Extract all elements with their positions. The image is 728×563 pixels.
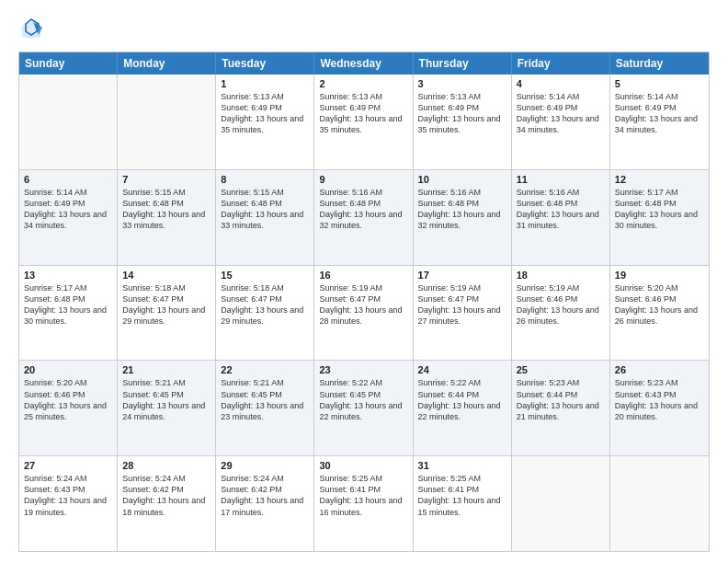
cell-info: Sunrise: 5:16 AM Sunset: 6:48 PM Dayligh…: [517, 187, 605, 232]
cell-info: Sunrise: 5:23 AM Sunset: 6:44 PM Dayligh…: [517, 377, 605, 422]
cell-info: Sunrise: 5:13 AM Sunset: 6:49 PM Dayligh…: [319, 91, 407, 136]
calendar-cell-1-1: 7Sunrise: 5:15 AM Sunset: 6:48 PM Daylig…: [118, 170, 216, 265]
day-number: 10: [418, 174, 506, 185]
cell-info: Sunrise: 5:22 AM Sunset: 6:44 PM Dayligh…: [418, 377, 506, 422]
cell-info: Sunrise: 5:19 AM Sunset: 6:47 PM Dayligh…: [319, 282, 407, 327]
calendar-cell-1-4: 10Sunrise: 5:16 AM Sunset: 6:48 PM Dayli…: [414, 170, 512, 265]
calendar-cell-2-4: 17Sunrise: 5:19 AM Sunset: 6:47 PM Dayli…: [414, 266, 512, 361]
cell-info: Sunrise: 5:13 AM Sunset: 6:49 PM Dayligh…: [418, 91, 506, 136]
day-number: 16: [319, 270, 407, 281]
calendar-cell-2-0: 13Sunrise: 5:17 AM Sunset: 6:48 PM Dayli…: [19, 266, 118, 361]
cell-info: Sunrise: 5:19 AM Sunset: 6:47 PM Dayligh…: [418, 282, 506, 327]
calendar-cell-0-1: [118, 75, 216, 169]
cell-info: Sunrise: 5:14 AM Sunset: 6:49 PM Dayligh…: [24, 187, 112, 232]
day-number: 26: [615, 364, 704, 375]
cell-info: Sunrise: 5:14 AM Sunset: 6:49 PM Dayligh…: [517, 91, 605, 136]
header-day-saturday: Saturday: [610, 52, 709, 75]
calendar-cell-2-3: 16Sunrise: 5:19 AM Sunset: 6:47 PM Dayli…: [314, 266, 413, 361]
cell-info: Sunrise: 5:13 AM Sunset: 6:49 PM Dayligh…: [221, 91, 309, 136]
day-number: 14: [122, 270, 210, 281]
calendar-cell-1-5: 11Sunrise: 5:16 AM Sunset: 6:48 PM Dayli…: [512, 170, 610, 265]
day-number: 31: [418, 460, 506, 471]
calendar-cell-3-4: 24Sunrise: 5:22 AM Sunset: 6:44 PM Dayli…: [414, 361, 512, 455]
logo-icon: [18, 17, 44, 42]
day-number: 11: [517, 174, 605, 185]
cell-info: Sunrise: 5:21 AM Sunset: 6:45 PM Dayligh…: [122, 377, 210, 422]
day-number: 6: [24, 174, 112, 185]
cell-info: Sunrise: 5:14 AM Sunset: 6:49 PM Dayligh…: [615, 91, 704, 136]
day-number: 21: [122, 364, 210, 375]
day-number: 5: [615, 78, 704, 89]
calendar-cell-2-1: 14Sunrise: 5:18 AM Sunset: 6:47 PM Dayli…: [118, 266, 216, 361]
day-number: 27: [24, 460, 112, 471]
calendar-row-4: 27Sunrise: 5:24 AM Sunset: 6:43 PM Dayli…: [19, 455, 709, 551]
calendar-body: 1Sunrise: 5:13 AM Sunset: 6:49 PM Daylig…: [19, 75, 709, 551]
day-number: 13: [24, 270, 112, 281]
calendar-cell-2-6: 19Sunrise: 5:20 AM Sunset: 6:46 PM Dayli…: [610, 266, 709, 361]
day-number: 29: [221, 460, 309, 471]
cell-info: Sunrise: 5:24 AM Sunset: 6:42 PM Dayligh…: [221, 473, 309, 518]
header-day-wednesday: Wednesday: [314, 52, 413, 75]
day-number: 22: [221, 364, 309, 375]
calendar-cell-3-5: 25Sunrise: 5:23 AM Sunset: 6:44 PM Dayli…: [512, 361, 610, 455]
cell-info: Sunrise: 5:19 AM Sunset: 6:46 PM Dayligh…: [517, 282, 605, 327]
calendar-cell-4-2: 29Sunrise: 5:24 AM Sunset: 6:42 PM Dayli…: [216, 456, 314, 551]
calendar-cell-4-5: [512, 456, 610, 551]
day-number: 8: [221, 174, 309, 185]
calendar-cell-2-2: 15Sunrise: 5:18 AM Sunset: 6:47 PM Dayli…: [216, 266, 314, 361]
day-number: 25: [517, 364, 605, 375]
day-number: 12: [615, 174, 704, 185]
day-number: 17: [418, 270, 506, 281]
header-day-tuesday: Tuesday: [216, 52, 314, 75]
cell-info: Sunrise: 5:25 AM Sunset: 6:41 PM Dayligh…: [418, 473, 506, 518]
cell-info: Sunrise: 5:22 AM Sunset: 6:45 PM Dayligh…: [319, 377, 407, 422]
header-day-sunday: Sunday: [19, 52, 118, 75]
day-number: 9: [319, 174, 407, 185]
day-number: 3: [418, 78, 506, 89]
cell-info: Sunrise: 5:20 AM Sunset: 6:46 PM Dayligh…: [615, 282, 704, 327]
calendar-cell-2-5: 18Sunrise: 5:19 AM Sunset: 6:46 PM Dayli…: [512, 266, 610, 361]
calendar: SundayMondayTuesdayWednesdayThursdayFrid…: [18, 52, 710, 552]
calendar-cell-0-0: [19, 75, 118, 169]
day-number: 18: [517, 270, 605, 281]
calendar-cell-4-6: [610, 456, 709, 551]
cell-info: Sunrise: 5:24 AM Sunset: 6:42 PM Dayligh…: [122, 473, 210, 518]
calendar-cell-3-2: 22Sunrise: 5:21 AM Sunset: 6:45 PM Dayli…: [216, 361, 314, 455]
cell-info: Sunrise: 5:17 AM Sunset: 6:48 PM Dayligh…: [615, 187, 704, 232]
calendar-cell-3-6: 26Sunrise: 5:23 AM Sunset: 6:43 PM Dayli…: [610, 361, 709, 455]
cell-info: Sunrise: 5:21 AM Sunset: 6:45 PM Dayligh…: [221, 377, 309, 422]
day-number: 28: [122, 460, 210, 471]
calendar-cell-3-3: 23Sunrise: 5:22 AM Sunset: 6:45 PM Dayli…: [314, 361, 413, 455]
cell-info: Sunrise: 5:15 AM Sunset: 6:48 PM Dayligh…: [122, 187, 210, 232]
cell-info: Sunrise: 5:18 AM Sunset: 6:47 PM Dayligh…: [221, 282, 309, 327]
calendar-cell-4-0: 27Sunrise: 5:24 AM Sunset: 6:43 PM Dayli…: [19, 456, 118, 551]
day-number: 20: [24, 364, 112, 375]
header-day-thursday: Thursday: [414, 52, 512, 75]
day-number: 1: [221, 78, 309, 89]
calendar-row-0: 1Sunrise: 5:13 AM Sunset: 6:49 PM Daylig…: [19, 75, 709, 169]
calendar-cell-1-3: 9Sunrise: 5:16 AM Sunset: 6:48 PM Daylig…: [314, 170, 413, 265]
cell-info: Sunrise: 5:25 AM Sunset: 6:41 PM Dayligh…: [319, 473, 407, 518]
cell-info: Sunrise: 5:24 AM Sunset: 6:43 PM Dayligh…: [24, 473, 112, 518]
calendar-cell-0-6: 5Sunrise: 5:14 AM Sunset: 6:49 PM Daylig…: [610, 75, 709, 169]
cell-info: Sunrise: 5:18 AM Sunset: 6:47 PM Dayligh…: [122, 282, 210, 327]
calendar-cell-1-6: 12Sunrise: 5:17 AM Sunset: 6:48 PM Dayli…: [610, 170, 709, 265]
day-number: 24: [418, 364, 506, 375]
cell-info: Sunrise: 5:16 AM Sunset: 6:48 PM Dayligh…: [418, 187, 506, 232]
cell-info: Sunrise: 5:16 AM Sunset: 6:48 PM Dayligh…: [319, 187, 407, 232]
day-number: 15: [221, 270, 309, 281]
calendar-cell-3-0: 20Sunrise: 5:20 AM Sunset: 6:46 PM Dayli…: [19, 361, 118, 455]
logo: [18, 17, 48, 42]
calendar-cell-4-3: 30Sunrise: 5:25 AM Sunset: 6:41 PM Dayli…: [314, 456, 413, 551]
cell-info: Sunrise: 5:23 AM Sunset: 6:43 PM Dayligh…: [615, 377, 704, 422]
header-day-monday: Monday: [118, 52, 216, 75]
day-number: 19: [615, 270, 704, 281]
calendar-cell-1-2: 8Sunrise: 5:15 AM Sunset: 6:48 PM Daylig…: [216, 170, 314, 265]
calendar-cell-0-3: 2Sunrise: 5:13 AM Sunset: 6:49 PM Daylig…: [314, 75, 413, 169]
calendar-row-1: 6Sunrise: 5:14 AM Sunset: 6:49 PM Daylig…: [19, 169, 709, 265]
calendar-header: SundayMondayTuesdayWednesdayThursdayFrid…: [19, 52, 709, 75]
header-day-friday: Friday: [512, 52, 610, 75]
calendar-row-3: 20Sunrise: 5:20 AM Sunset: 6:46 PM Dayli…: [19, 360, 709, 455]
page: SundayMondayTuesdayWednesdayThursdayFrid…: [0, 0, 728, 563]
calendar-cell-0-2: 1Sunrise: 5:13 AM Sunset: 6:49 PM Daylig…: [216, 75, 314, 169]
